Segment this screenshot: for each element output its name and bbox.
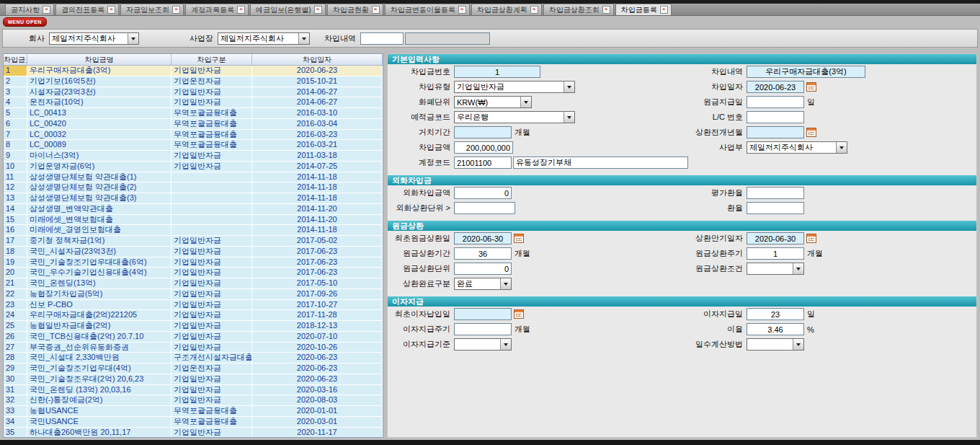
table-row[interactable]: 26 국민_TCB신용대출(2억) 20.7.10 기업일반자금 2020-07… xyxy=(4,332,383,343)
tab-3[interactable]: 자금일보조회 xyxy=(120,4,184,15)
table-row[interactable]: 2 기업기보(16억5천) 기업운전자금 2015-10-21 xyxy=(4,76,383,87)
interest-rate-input[interactable] xyxy=(747,323,804,335)
table-row[interactable]: 35 하나대출260백만원 20,11,17 기업일반자금 2020-11-17 xyxy=(4,428,383,439)
table-row[interactable]: 34 국민USANCE 무역포괄금융대출 2020-03-01 xyxy=(4,417,383,428)
table-row[interactable]: 16 미래에셋_경영인보험대출 2014-11-18 xyxy=(4,225,383,236)
tab-close-icon[interactable] xyxy=(237,6,245,14)
tab-close-icon[interactable] xyxy=(43,6,50,14)
tab-1[interactable]: 공지사항 xyxy=(5,4,54,15)
first-repay-date-input[interactable] xyxy=(454,232,512,244)
maturity-date-input[interactable] xyxy=(747,232,804,244)
tab-close-icon[interactable] xyxy=(602,6,610,14)
repay-complete-select[interactable]: 완료 xyxy=(454,278,512,290)
tab-5[interactable]: 예금일보(은행별) xyxy=(250,4,326,15)
tab-6[interactable]: 차입금현황 xyxy=(327,4,383,15)
tab-2[interactable]: 결의전표등록 xyxy=(55,4,119,15)
table-row[interactable]: 7 LC_00032 무역포괄금융대출 2016-03-23 xyxy=(4,130,383,141)
table-row[interactable]: 5 LC_00413 무역포괄금융대출 2016-03-10 xyxy=(4,108,383,119)
table-row[interactable]: 24 우리구매자금대출(2억)221205 기업일반자금 2017-11-28 xyxy=(4,310,383,321)
table-row[interactable]: 12 삼성생명단체보험 약관대출(2) 2014-11-18 xyxy=(4,182,383,193)
table-row[interactable]: 19 국민_기술창조기업우대대출(6억) 기업일반자금 2017-06-23 xyxy=(4,257,383,268)
table-row[interactable]: 10 기업운영자금(6억) 기업일반자금 2014-07-25 xyxy=(4,162,383,172)
repay-condition-select[interactable] xyxy=(747,263,804,275)
table-row[interactable]: 8 LC_00089 무역포괄금융대출 2016-03-21 xyxy=(4,140,383,151)
interest-basis-select[interactable] xyxy=(454,338,512,351)
tab-close-icon[interactable] xyxy=(372,6,380,14)
table-row[interactable]: 25 농협일반자금대출(2억) 기업일반자금 2018-12-13 xyxy=(4,321,383,332)
repay-cycle-input[interactable] xyxy=(747,247,804,260)
tab-close-icon[interactable] xyxy=(314,6,322,14)
table-row[interactable]: 29 국민_기술창조기업우대(4억) 기업운전자금 2020-06-23 xyxy=(4,364,383,374)
table-row[interactable]: 33 농협USANCE 무역포괄금융대출 2020-01-01 xyxy=(4,406,383,417)
cell-loan-code: 27 xyxy=(4,343,27,353)
tab-9[interactable]: 차입금상환조회 xyxy=(543,4,614,15)
table-row[interactable]: 21 국민_온렌딩(13억) 기업일반자금 2017-05-10 xyxy=(4,278,383,289)
repay-unit-input[interactable] xyxy=(454,263,512,275)
tab-close-icon[interactable] xyxy=(530,6,538,14)
account-code-input[interactable] xyxy=(454,157,512,169)
table-row[interactable]: 3 시설자금(23억3천) 기업일반자금 2014-06-27 xyxy=(4,87,383,98)
currency-select[interactable]: KRW(₩) xyxy=(454,96,532,108)
loan-no-input[interactable] xyxy=(454,66,540,78)
loan-desc-search-display[interactable] xyxy=(405,32,490,45)
fx-amount-input[interactable] xyxy=(454,187,512,199)
site-select[interactable]: 제일저지주식회사 xyxy=(218,32,310,45)
lc-no-input[interactable] xyxy=(747,111,804,123)
calendar-icon[interactable] xyxy=(514,234,524,243)
table-row[interactable]: 22 농협장기차입금(5억) 기업일반자금 2017-09-26 xyxy=(4,289,383,300)
tab-close-icon[interactable] xyxy=(107,6,115,14)
table-row[interactable]: 20 국민_우수기술기업신용대출(4억) 기업일반자금 2017-06-23 xyxy=(4,268,383,278)
table-row[interactable]: 14 삼성생명_변액약관대출 2014-11-20 xyxy=(4,204,383,215)
tab-close-icon[interactable] xyxy=(458,6,466,14)
loan-desc-search-input[interactable] xyxy=(360,32,404,45)
interest-cycle-input[interactable] xyxy=(454,323,512,335)
table-row[interactable]: 23 신보 P-CBO 기업일반자금 2017-10-27 xyxy=(4,300,383,311)
table-row[interactable]: 1 우리구매자금대출(3억) 기업일반자금 2020-06-23 xyxy=(4,66,383,76)
fx-unit-input[interactable] xyxy=(454,202,515,214)
interest-pay-day-suffix: 일 xyxy=(807,309,815,320)
interest-pay-day-input[interactable] xyxy=(747,308,804,320)
table-row[interactable]: 11 삼성생명단체보험 약관대출(1) 2014-11-18 xyxy=(4,172,383,183)
table-row[interactable]: 9 마이너스(3억) 기업일반자금 2011-03-18 xyxy=(4,151,383,162)
company-select[interactable]: 제일저지주식회사 xyxy=(49,32,139,45)
table-row[interactable]: 6 LC_00420 무역포괄금융대출 2016-03-04 xyxy=(4,119,383,130)
day-count-method-select[interactable] xyxy=(747,338,804,351)
calendar-icon[interactable] xyxy=(806,82,816,92)
repay-period-input[interactable] xyxy=(454,247,512,260)
table-row[interactable]: 30 국민_기술창조우대(2억) 20,6,23 기업일반자금 2020-06-… xyxy=(4,374,383,385)
loan-amount-input[interactable] xyxy=(454,141,513,154)
calendar-icon[interactable] xyxy=(514,309,524,319)
menu-open-button[interactable]: MENU OPEN xyxy=(3,17,47,27)
principal-pay-day-input[interactable] xyxy=(747,96,804,108)
tab-close-icon[interactable] xyxy=(660,6,668,14)
tab-10[interactable]: 차입금등록 xyxy=(615,4,672,15)
eval-rate-input[interactable] xyxy=(747,187,804,199)
table-row[interactable]: 4 운전자금(10억) 기업일반자금 2014-06-27 xyxy=(4,97,383,108)
table-row[interactable]: 27 부국증권_선순위유동화증권 기업일반자금 2020-10-26 xyxy=(4,343,383,353)
division-select[interactable]: 제일저지주식회사 xyxy=(747,141,847,154)
table-row[interactable]: 28 국민_시설대 2,330백만원 구조개선시설자금대출 2020-06-23 xyxy=(4,353,383,364)
table-row[interactable]: 18 국민_시설자금(23억3천) 기업일반자금 2017-06-23 xyxy=(4,247,383,257)
calendar-icon[interactable] xyxy=(806,128,816,137)
table-row[interactable]: 32 신한(-)통장예금(2억) 기업일반자금 2020-08-03 xyxy=(4,395,383,406)
tab-close-icon[interactable] xyxy=(172,6,180,14)
loan-type-select[interactable]: 기업일반자금 xyxy=(454,81,575,93)
pre-repay-ym-input[interactable] xyxy=(747,126,804,138)
grace-period-input[interactable] xyxy=(454,126,512,138)
table-row[interactable]: 13 삼성생명단체보험 약관대출(3) 2014-11-18 xyxy=(4,193,383,204)
account-name-input[interactable] xyxy=(513,157,688,169)
ex-rate-input[interactable] xyxy=(747,202,804,214)
table-row[interactable]: 31 국민_온렌딩 (13억) 20,03,16 기업일반자금 2020-03-… xyxy=(4,385,383,396)
tab-7[interactable]: 차입금변동이율등록 xyxy=(385,4,470,15)
loan-date-input[interactable] xyxy=(747,81,804,93)
cell-loan-code: 22 xyxy=(4,289,27,300)
deposit-code-select[interactable]: 우리은행 xyxy=(454,111,575,123)
table-row[interactable]: 15 미래에셋_변액보험대출 2014-11-20 xyxy=(4,215,383,226)
calendar-icon[interactable] xyxy=(806,234,816,243)
table-row[interactable]: 17 중기청 정책자금(1억) 기업일반자금 2017-05-02 xyxy=(4,236,383,247)
tab-4[interactable]: 계정과목등록 xyxy=(185,4,249,15)
interest-basis-label: 이자지급기준 xyxy=(389,339,454,350)
tab-8[interactable]: 차입금상환계획 xyxy=(471,4,542,15)
loan-desc-input[interactable] xyxy=(747,66,865,78)
first-interest-date-input[interactable] xyxy=(454,308,512,320)
